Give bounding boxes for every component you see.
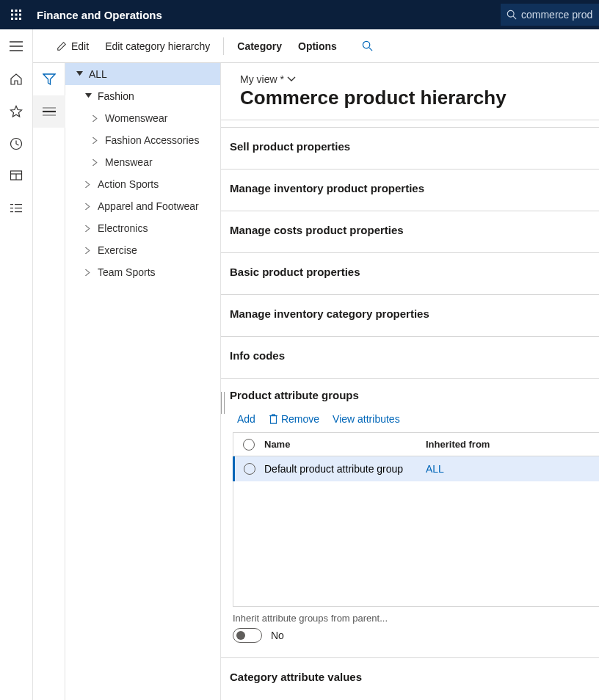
category-label: Category bbox=[237, 40, 282, 52]
inherit-toggle[interactable] bbox=[233, 628, 262, 643]
tree-node-all[interactable]: ALL bbox=[65, 63, 220, 85]
svg-rect-6 bbox=[11, 18, 13, 20]
section-manage-costs[interactable]: Manage costs product properties bbox=[221, 211, 599, 248]
remove-button[interactable]: Remove bbox=[269, 413, 319, 425]
tree-node-menswear[interactable]: Menswear bbox=[65, 151, 220, 173]
section-cat-attr-values[interactable]: Category attribute values bbox=[221, 657, 599, 695]
row-name: Default product attribute group bbox=[264, 463, 426, 475]
filter-button[interactable] bbox=[33, 63, 65, 95]
svg-rect-2 bbox=[19, 10, 21, 12]
command-bar: Edit Edit category hierarchy Category Op… bbox=[33, 29, 599, 63]
global-header: Finance and Operations commerce prod bbox=[0, 0, 599, 29]
svg-rect-1 bbox=[15, 10, 18, 12]
options-button[interactable]: Options bbox=[291, 34, 344, 59]
expander-icon[interactable] bbox=[90, 159, 101, 166]
list-view-button[interactable] bbox=[33, 95, 65, 128]
tree-node-team-sports[interactable]: Team Sports bbox=[65, 261, 220, 283]
nav-rail bbox=[0, 29, 33, 700]
svg-rect-5 bbox=[19, 14, 21, 16]
tree-label: Team Sports bbox=[98, 266, 156, 278]
inherit-value: No bbox=[271, 630, 284, 641]
product-attribute-groups-section: Product attribute groups Add Remove View… bbox=[221, 378, 599, 657]
svg-line-25 bbox=[369, 48, 372, 51]
tree-node-action-sports[interactable]: Action Sports bbox=[65, 173, 220, 195]
tree-label: Fashion bbox=[98, 90, 134, 102]
add-button[interactable]: Add bbox=[237, 413, 255, 425]
row-select[interactable] bbox=[235, 463, 264, 475]
section-manage-inv-prod[interactable]: Manage inventory product properties bbox=[221, 169, 599, 206]
section-basic[interactable]: Basic product properties bbox=[221, 252, 599, 290]
tree-label: Fashion Accessories bbox=[105, 134, 199, 146]
section-sell[interactable]: Sell product properties bbox=[221, 127, 599, 164]
search-icon bbox=[362, 40, 373, 51]
home-icon bbox=[10, 73, 23, 86]
search-box[interactable]: commerce prod bbox=[501, 4, 599, 26]
split-drag-handle[interactable] bbox=[221, 392, 225, 414]
options-label: Options bbox=[298, 40, 337, 52]
expander-icon[interactable] bbox=[83, 269, 93, 276]
tree-node-electronics[interactable]: Electronics bbox=[65, 217, 220, 239]
tree-label: Menswear bbox=[105, 156, 153, 168]
favorites-button[interactable] bbox=[0, 95, 33, 128]
recent-button[interactable] bbox=[0, 128, 33, 160]
tree-label: Apparel and Footwear bbox=[98, 200, 199, 212]
svg-rect-21 bbox=[15, 208, 22, 208]
tree-label: Electronics bbox=[98, 222, 148, 234]
expander-icon[interactable] bbox=[74, 71, 84, 78]
category-button[interactable]: Category bbox=[230, 34, 289, 59]
hamburger-button[interactable] bbox=[0, 29, 33, 63]
home-button[interactable] bbox=[0, 63, 33, 95]
expander-icon[interactable] bbox=[83, 93, 93, 100]
edit-button[interactable]: Edit bbox=[49, 34, 96, 59]
expander-icon[interactable] bbox=[83, 203, 93, 210]
content-area: My view * Commerce product hierarchy Sel… bbox=[221, 63, 599, 700]
expander-icon[interactable] bbox=[90, 115, 101, 122]
page-title: Commerce product hierarchy bbox=[221, 85, 599, 120]
modules-button[interactable] bbox=[0, 192, 33, 225]
edit-label: Edit bbox=[71, 40, 89, 52]
col-inherited[interactable]: Inherited from bbox=[426, 439, 599, 450]
pencil-icon bbox=[57, 41, 67, 51]
find-button[interactable] bbox=[356, 34, 383, 59]
svg-rect-20 bbox=[10, 208, 13, 208]
svg-rect-19 bbox=[15, 204, 22, 205]
section-manage-inv-cat[interactable]: Manage inventory category properties bbox=[221, 294, 599, 332]
expander-icon[interactable] bbox=[90, 137, 101, 144]
waffle-icon bbox=[10, 9, 22, 21]
tree-node-apparel-footwear[interactable]: Apparel and Footwear bbox=[65, 195, 220, 217]
view-attributes-button[interactable]: View attributes bbox=[333, 413, 400, 425]
chevron-down-icon bbox=[287, 76, 296, 82]
star-icon bbox=[10, 105, 23, 118]
trash-icon bbox=[269, 414, 278, 424]
app-launcher-button[interactable] bbox=[0, 0, 32, 29]
svg-point-24 bbox=[363, 41, 369, 48]
app-title: Finance and Operations bbox=[37, 9, 162, 21]
workspaces-button[interactable] bbox=[0, 160, 33, 192]
tree-node-womenswear[interactable]: Womenswear bbox=[65, 107, 220, 129]
filter-icon bbox=[43, 73, 56, 86]
expander-icon[interactable] bbox=[83, 181, 93, 188]
edit-hierarchy-button[interactable]: Edit category hierarchy bbox=[98, 34, 217, 59]
view-rail bbox=[33, 63, 65, 700]
svg-line-10 bbox=[513, 16, 516, 19]
grid-header: Name Inherited from bbox=[233, 433, 599, 456]
row-inherited[interactable]: ALL bbox=[426, 463, 599, 475]
list-icon bbox=[43, 106, 56, 117]
tree-node-exercise[interactable]: Exercise bbox=[65, 239, 220, 261]
svg-rect-0 bbox=[11, 10, 13, 12]
separator bbox=[223, 37, 224, 55]
expander-icon[interactable] bbox=[83, 225, 93, 232]
select-all[interactable] bbox=[233, 439, 264, 451]
expander-icon[interactable] bbox=[83, 247, 93, 254]
section-info-codes[interactable]: Info codes bbox=[221, 336, 599, 373]
inherit-toggle-row: No bbox=[230, 628, 599, 643]
tree-label: Action Sports bbox=[98, 178, 159, 190]
table-row[interactable]: Default product attribute group ALL bbox=[233, 456, 599, 481]
tree-node-fashion-accessories[interactable]: Fashion Accessories bbox=[65, 129, 220, 151]
col-name[interactable]: Name bbox=[264, 439, 426, 450]
tree-label: Exercise bbox=[98, 244, 137, 256]
tree-panel: ALL Fashion Womenswear Fashion Accessori… bbox=[65, 63, 221, 700]
tree-node-fashion[interactable]: Fashion bbox=[65, 85, 220, 107]
clock-icon bbox=[10, 137, 23, 150]
view-switcher[interactable]: My view * bbox=[221, 73, 599, 85]
